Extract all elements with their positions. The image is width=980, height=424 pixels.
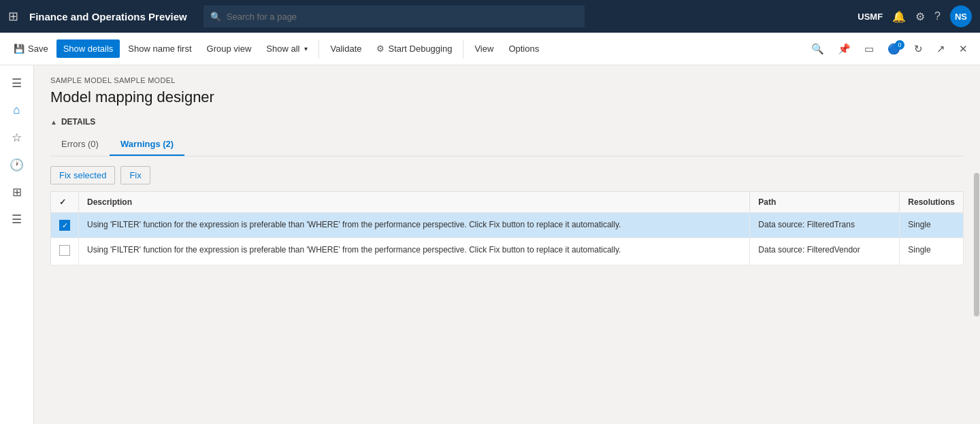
action-bar: Fix selected Fix <box>50 166 964 184</box>
sidebar-item-list[interactable]: ☰ <box>5 207 29 231</box>
top-nav-right: USMF 🔔 ⚙ ? NS <box>858 5 972 27</box>
row-2-description: Using 'FILTER' function for the expressi… <box>79 238 750 265</box>
col-path: Path <box>750 192 900 213</box>
save-icon: 💾 <box>14 44 24 54</box>
tab-errors[interactable]: Errors (0) <box>50 133 110 156</box>
ribbon: 💾 Save Show details Show name first Grou… <box>0 33 980 65</box>
table-header-row: ✓ Description Path Resolutions <box>51 192 964 213</box>
details-label: DETAILS <box>61 117 95 127</box>
sidebar-item-hamburger[interactable]: ☰ <box>5 71 29 95</box>
notif-count: 0 <box>895 40 904 50</box>
show-all-button[interactable]: Show all ▾ <box>259 39 314 58</box>
details-header[interactable]: ▲ DETAILS <box>50 117 964 127</box>
collapse-icon: ▲ <box>50 118 57 126</box>
help-icon[interactable]: ? <box>934 10 941 22</box>
table-row[interactable]: Using 'FILTER' function for the expressi… <box>51 238 964 265</box>
notifications-icon[interactable]: 🔔 <box>892 10 906 23</box>
save-button[interactable]: 💾 Save <box>7 39 55 58</box>
warnings-table: ✓ Description Path Resolutions ✓ Using '… <box>50 191 964 265</box>
main-layout: ☰ ⌂ ☆ 🕐 ⊞ ☰ SAMPLE MODEL SAMPLE MODEL Mo… <box>0 65 980 424</box>
search-bar: 🔍 <box>203 5 585 27</box>
top-navigation: ⊞ Finance and Operations Preview 🔍 USMF … <box>0 0 980 33</box>
col-check: ✓ <box>51 192 79 213</box>
group-view-button[interactable]: Group view <box>200 39 259 58</box>
fix-selected-button[interactable]: Fix selected <box>50 166 115 184</box>
scrollbar-track[interactable] <box>973 65 980 424</box>
row-1-description: Using 'FILTER' function for the expressi… <box>79 213 750 238</box>
app-title: Finance and Operations Preview <box>29 11 187 22</box>
view-button[interactable]: View <box>468 39 500 58</box>
page-title: Model mapping designer <box>50 88 964 106</box>
tabs-bar: Errors (0) Warnings (2) <box>50 133 964 157</box>
notification-badge: 🔔 <box>892 10 906 23</box>
row-2-check[interactable] <box>51 238 79 265</box>
col-resolutions: Resolutions <box>900 192 964 213</box>
show-details-button[interactable]: Show details <box>56 39 120 58</box>
search-ribbon-icon[interactable]: 🔍 <box>806 39 830 59</box>
tab-warnings[interactable]: Warnings (2) <box>110 133 184 156</box>
fix-button[interactable]: Fix <box>120 166 150 184</box>
search-icon: 🔍 <box>210 12 221 22</box>
options-button[interactable]: Options <box>502 39 546 58</box>
notification-count-icon[interactable]: 🔵 0 <box>882 39 906 59</box>
breadcrumb: SAMPLE MODEL SAMPLE MODEL <box>50 76 964 84</box>
ribbon-separator <box>318 39 319 59</box>
close-icon[interactable]: ✕ <box>953 39 973 59</box>
pin-icon[interactable]: 📌 <box>832 39 856 59</box>
avatar[interactable]: NS <box>950 5 972 27</box>
sidebar-item-favorites[interactable]: ☆ <box>5 125 29 150</box>
refresh-icon[interactable]: ↻ <box>909 39 928 59</box>
content-area: SAMPLE MODEL SAMPLE MODEL Model mapping … <box>34 65 980 424</box>
checkbox-checked: ✓ <box>59 220 70 231</box>
show-all-chevron-icon: ▾ <box>304 45 308 52</box>
row-2-resolutions: Single <box>900 238 964 265</box>
row-1-check[interactable]: ✓ <box>51 213 79 238</box>
sidebar: ☰ ⌂ ☆ 🕐 ⊞ ☰ <box>0 65 34 424</box>
row-1-resolutions: Single <box>900 213 964 238</box>
row-2-path: Data source: FilteredVendor <box>750 238 900 265</box>
company-code: USMF <box>858 12 883 22</box>
show-name-first-button[interactable]: Show name first <box>121 39 198 58</box>
settings-icon[interactable]: ⚙ <box>915 10 925 23</box>
debug-icon: ⚙ <box>376 44 385 54</box>
checkbox-unchecked <box>59 245 70 256</box>
col-description: Description <box>79 192 750 213</box>
scrollbar-thumb[interactable] <box>974 173 979 316</box>
start-debugging-button[interactable]: ⚙ Start Debugging <box>370 39 459 58</box>
row-1-path: Data source: FilteredTrans <box>750 213 900 238</box>
sidebar-item-recent[interactable]: 🕐 <box>5 152 29 177</box>
check-all-icon: ✓ <box>59 197 66 207</box>
validate-button[interactable]: Validate <box>323 39 368 58</box>
ribbon-right-icons: 🔍 📌 ▭ 🔵 0 ↻ ↗ ✕ <box>806 39 973 59</box>
app-grid-icon[interactable]: ⊞ <box>8 9 18 24</box>
sidebar-toggle-icon[interactable]: ▭ <box>859 39 879 59</box>
search-input[interactable] <box>227 12 578 22</box>
sidebar-item-home[interactable]: ⌂ <box>5 98 29 123</box>
table-row[interactable]: ✓ Using 'FILTER' function for the expres… <box>51 213 964 238</box>
sidebar-item-modules[interactable]: ⊞ <box>5 180 29 204</box>
open-new-icon[interactable]: ↗ <box>931 39 951 59</box>
ribbon-separator-2 <box>463 39 463 59</box>
